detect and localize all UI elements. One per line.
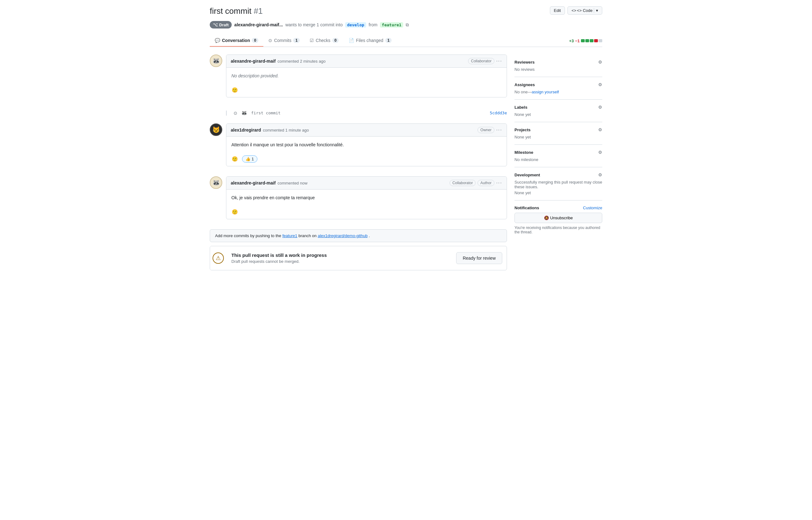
- comment-3-badge-author: Author: [477, 180, 494, 186]
- code-label: <> Code: [577, 8, 593, 13]
- sidebar-reviewers-header: Reviewers ⚙: [515, 59, 602, 64]
- sidebar-projects-value: None yet: [515, 135, 602, 139]
- commit-dot-icon: ⊙: [233, 110, 237, 115]
- sidebar-reviewers: Reviewers ⚙ No reviews: [515, 54, 602, 77]
- avatar-1: 🦝: [210, 54, 222, 67]
- comment-1-author[interactable]: alexandre-girard-maif: [231, 58, 276, 63]
- comment-2-author[interactable]: alex1dregirard: [231, 128, 261, 132]
- code-button[interactable]: <> <> Code ▾: [567, 6, 602, 15]
- assign-yourself-link[interactable]: assign yourself: [532, 89, 559, 94]
- comment-1-body: No description provided.: [226, 68, 507, 84]
- comment-1-badges: Collaborator ···: [468, 58, 502, 64]
- comment-2-reactions: 🙂 👍 1: [226, 153, 507, 166]
- unsubscribe-button[interactable]: 🔕 Unsubscribe: [515, 213, 602, 223]
- add-commits-text-before: Add more commits by pushing to the: [215, 233, 281, 238]
- projects-gear-icon[interactable]: ⚙: [598, 127, 602, 132]
- pr-number: #1: [254, 6, 263, 16]
- comment-2-thumbsup-reaction[interactable]: 👍 1: [242, 155, 257, 162]
- commit-line-content: ⊙ 🦝 first commit 5cddd3e: [233, 110, 507, 116]
- code-icon: <>: [571, 8, 576, 13]
- wip-subtitle: Draft pull requests cannot be merged.: [231, 259, 451, 264]
- add-commits-text-end: .: [369, 233, 370, 238]
- comment-2-time: commented 1 minute ago: [263, 128, 309, 132]
- tabs-bar: 💬 Conversation 0 ⊙ Commits 1 ☑ Checks 0 …: [210, 35, 602, 47]
- main-layout: 🦝 alexandre-girard-maif commented 2 minu…: [210, 54, 602, 275]
- sidebar-labels-header: Labels ⚙: [515, 105, 602, 110]
- diff-plus: +3: [569, 38, 574, 43]
- notifications-customize-link[interactable]: Customize: [583, 206, 602, 210]
- tab-commits[interactable]: ⊙ Commits 1: [263, 35, 305, 47]
- comment-2-badge-owner: Owner: [477, 127, 494, 133]
- sidebar-development-title: Development: [515, 173, 540, 177]
- diff-blocks: [581, 39, 602, 42]
- comment-2-emoji-button[interactable]: 🙂: [230, 154, 240, 163]
- sidebar-labels-value: None yet: [515, 112, 602, 117]
- comment-1-wrapper: 🦝 alexandre-girard-maif commented 2 minu…: [210, 54, 507, 102]
- avatar-2: 😾: [210, 124, 222, 136]
- milestone-gear-icon[interactable]: ⚙: [598, 150, 602, 155]
- source-branch[interactable]: feature1: [380, 22, 403, 28]
- commits-icon: ⊙: [268, 38, 272, 43]
- comment-3-menu[interactable]: ···: [496, 180, 502, 186]
- copy-icon[interactable]: ⧉: [406, 22, 409, 28]
- sidebar-notifications-title: Notifications: [515, 206, 539, 210]
- add-commits-branch-link[interactable]: feature1: [282, 233, 297, 238]
- pr-meta-from: from: [369, 22, 377, 27]
- commit-hash[interactable]: 5cddd3e: [490, 110, 507, 115]
- comment-1-card-container: alexandre-girard-maif commented 2 minute…: [226, 54, 507, 102]
- comment-3-author[interactable]: alexandre-girard-maif: [231, 180, 276, 185]
- sidebar-notifications-notice: You're receiving notifications because y…: [515, 226, 602, 234]
- reviewers-gear-icon[interactable]: ⚙: [598, 59, 602, 64]
- conversation-icon: 💬: [215, 38, 220, 43]
- tab-checks-label: Checks: [316, 38, 330, 43]
- add-commits-bar: Add more commits by pushing to the featu…: [210, 229, 507, 242]
- tab-conversation[interactable]: 💬 Conversation 0: [210, 35, 263, 47]
- labels-gear-icon[interactable]: ⚙: [598, 105, 602, 110]
- wip-title: This pull request is still a work in pro…: [231, 253, 451, 258]
- comment-1-badge-collaborator: Collaborator: [468, 58, 494, 64]
- sidebar-assignees-no-one: No one—: [515, 89, 532, 94]
- sidebar-notifications: Notifications Customize 🔕 Unsubscribe Yo…: [515, 201, 602, 239]
- draft-icon: ⌥: [213, 22, 218, 27]
- conversation-area: 🦝 alexandre-girard-maif commented 2 minu…: [210, 54, 507, 275]
- wip-content: This pull request is still a work in pro…: [226, 248, 456, 268]
- comment-3-body: Ok, je vais prendre en compte ta remarqu…: [226, 189, 507, 206]
- sidebar-development-description: Successfully merging this pull request m…: [515, 180, 602, 189]
- add-commits-text-middle: branch on: [298, 233, 317, 238]
- development-gear-icon[interactable]: ⚙: [598, 172, 602, 177]
- sidebar-labels: Labels ⚙ None yet: [515, 100, 602, 122]
- sidebar-milestone-title: Milestone: [515, 150, 533, 155]
- sidebar-milestone-value: No milestone: [515, 157, 602, 162]
- comment-2-menu[interactable]: ···: [496, 127, 502, 133]
- sidebar-milestone: Milestone ⚙ No milestone: [515, 145, 602, 167]
- add-commits-repo-link[interactable]: alex1dregirard/demo-github: [318, 233, 367, 238]
- tab-commits-label: Commits: [274, 38, 291, 43]
- wip-section: ⚠ This pull request is still a work in p…: [210, 246, 507, 270]
- sidebar-development-header: Development ⚙: [515, 172, 602, 177]
- tab-files-count: 1: [385, 38, 392, 43]
- tab-checks[interactable]: ☑ Checks 0: [305, 35, 344, 47]
- comment-2-wrapper: 😾 alex1dregirard commented 1 minute ago …: [210, 124, 507, 171]
- diff-block-5: [598, 39, 602, 42]
- comment-1-header: alexandre-girard-maif commented 2 minute…: [226, 55, 507, 68]
- avatar-3: 🦝: [210, 176, 222, 189]
- tab-files[interactable]: 📄 Files changed 1: [344, 35, 397, 47]
- sidebar-assignees-header: Assignees ⚙: [515, 82, 602, 87]
- comment-1-emoji-button[interactable]: 🙂: [230, 85, 240, 95]
- draft-label: Draft: [219, 23, 228, 27]
- comment-1-menu[interactable]: ···: [496, 58, 502, 64]
- assignees-gear-icon[interactable]: ⚙: [598, 82, 602, 87]
- pr-meta-description: wants to merge 1 commit into: [285, 22, 343, 27]
- comment-3-card: alexandre-girard-maif commented now Coll…: [226, 176, 507, 219]
- sidebar-notifications-header: Notifications Customize: [515, 206, 602, 210]
- chevron-down-icon: ▾: [594, 8, 598, 13]
- target-branch[interactable]: develop: [345, 22, 366, 28]
- diff-block-4: [594, 39, 598, 42]
- page-title: first commit #1: [210, 6, 263, 16]
- pr-title-text: first commit: [210, 6, 251, 16]
- comment-3-emoji-button[interactable]: 🙂: [230, 207, 240, 216]
- edit-button[interactable]: Edit: [550, 6, 565, 15]
- pr-header: first commit #1 Edit <> <> Code ▾: [210, 6, 602, 16]
- ready-for-review-button[interactable]: Ready for review: [456, 252, 502, 264]
- sidebar-development: Development ⚙ Successfully merging this …: [515, 167, 602, 201]
